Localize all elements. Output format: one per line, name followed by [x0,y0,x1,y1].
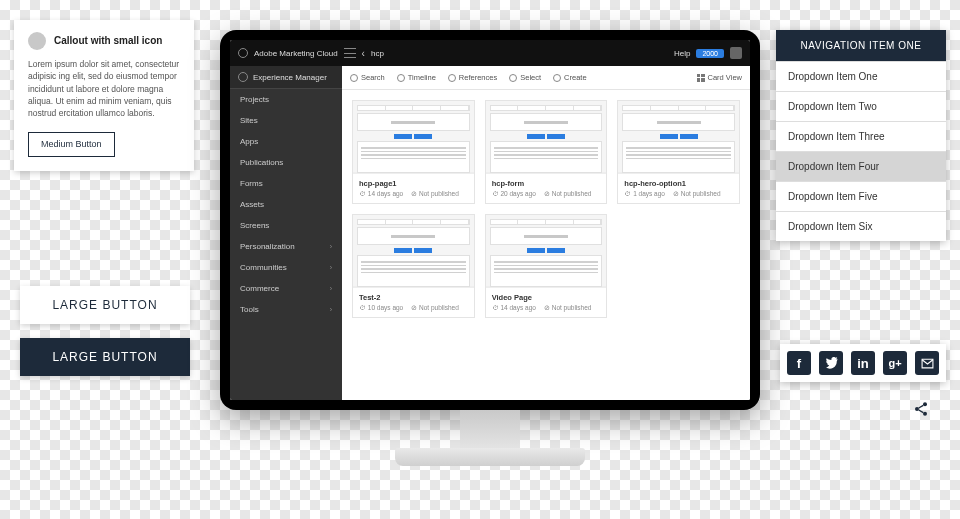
sidenav-item-personalization[interactable]: Personalization› [230,236,342,257]
chevron-right-icon: › [330,306,332,313]
card-status: ⊘ Not published [544,190,592,198]
svg-point-0 [923,402,927,406]
card-status: ⊘ Not published [411,304,459,312]
sidenav-item-label: Personalization [240,242,295,251]
sidenav-item-label: Tools [240,305,259,314]
back-icon[interactable]: ‹ [362,48,365,59]
notification-badge[interactable]: 2000 [696,49,724,58]
toolbar-label: Create [564,73,587,82]
product-brand[interactable]: Experience Manager [230,66,342,89]
card-status: ⊘ Not published [673,190,721,198]
card-thumbnail [353,101,474,173]
breadcrumb[interactable]: hcp [371,49,384,58]
search-icon [350,74,358,82]
toolbar-references[interactable]: References [448,73,497,82]
view-switch[interactable]: Card View [697,73,742,82]
sidenav-item-assets[interactable]: Assets [230,194,342,215]
sidenav-item-sites[interactable]: Sites [230,110,342,131]
sidenav-item-communities[interactable]: Communities› [230,257,342,278]
google-plus-icon[interactable]: g+ [883,351,907,375]
sidenav-item-label: Communities [240,263,287,272]
chevron-right-icon: › [330,243,332,250]
chevron-right-icon: › [330,285,332,292]
references-icon [448,74,456,82]
screen: Adobe Marketing Cloud ‹ hcp Help 2000 Ex… [230,40,750,400]
social-bar: f in g+ [780,344,946,382]
sidenav-item-commerce[interactable]: Commerce› [230,278,342,299]
sidenav-item-label: Commerce [240,284,279,293]
card-status: ⊘ Not published [544,304,592,312]
product-label: Experience Manager [253,73,327,82]
side-nav: Experience Manager ProjectsSitesAppsPubl… [230,66,342,400]
sidenav-item-projects[interactable]: Projects [230,89,342,110]
card-thumbnail [486,215,607,287]
card-status: ⊘ Not published [411,190,459,198]
share-icon[interactable] [910,398,932,420]
sidenav-item-label: Screens [240,221,269,230]
toolbar-select[interactable]: Select [509,73,541,82]
large-button-light[interactable]: LARGE BUTTON [20,286,190,324]
toolbar-create[interactable]: Create [553,73,587,82]
select-icon [509,74,517,82]
nav-dropdown-head[interactable]: NAVIGATION ITEM ONE [776,30,946,61]
callout-card: Callout with small icon Lorem ipsum dolo… [14,20,194,171]
hamburger-icon[interactable] [344,48,356,58]
help-link[interactable]: Help [674,49,690,58]
toolbar-timeline[interactable]: Timeline [397,73,436,82]
sidenav-item-label: Assets [240,200,264,209]
nav-dropdown: NAVIGATION ITEM ONE Dropdown Item OneDro… [776,30,946,241]
toolbar-search[interactable]: Search [350,73,385,82]
sidenav-item-label: Sites [240,116,258,125]
sidenav-item-screens[interactable]: Screens [230,215,342,236]
twitter-icon[interactable] [819,351,843,375]
sidenav-item-label: Projects [240,95,269,104]
card-age: ⏱ 14 days ago [359,190,403,198]
page-card[interactable]: Video Page⏱ 14 days ago⊘ Not published [485,214,608,318]
large-button-dark[interactable]: LARGE BUTTON [20,338,190,376]
dropdown-item[interactable]: Dropdown Item Three [776,121,946,151]
toolbar-label: Select [520,73,541,82]
card-name: Video Page [492,293,601,302]
card-name: hcp-hero-option1 [624,179,733,188]
page-card[interactable]: hcp-hero-option1⏱ 1 days ago⊘ Not publis… [617,100,740,204]
action-toolbar: SearchTimelineReferencesSelectCreate Car… [342,66,750,90]
dropdown-item[interactable]: Dropdown Item Two [776,91,946,121]
facebook-icon[interactable]: f [787,351,811,375]
grid-icon [697,74,705,82]
card-thumbnail [486,101,607,173]
content-area: SearchTimelineReferencesSelectCreate Car… [342,66,750,400]
sidenav-item-publications[interactable]: Publications [230,152,342,173]
sidenav-item-tools[interactable]: Tools› [230,299,342,320]
linkedin-icon[interactable]: in [851,351,875,375]
card-name: hcp-form [492,179,601,188]
view-label: Card View [708,73,742,82]
card-age: ⏱ 20 days ago [492,190,536,198]
chevron-right-icon: › [330,264,332,271]
card-thumbnail [353,215,474,287]
app-topbar: Adobe Marketing Cloud ‹ hcp Help 2000 [230,40,750,66]
sidenav-item-label: Apps [240,137,258,146]
sidenav-item-forms[interactable]: Forms [230,173,342,194]
medium-button[interactable]: Medium Button [28,132,115,157]
sidenav-item-apps[interactable]: Apps [230,131,342,152]
page-card[interactable]: hcp-page1⏱ 14 days ago⊘ Not published [352,100,475,204]
card-name: Test-2 [359,293,468,302]
monitor-base [395,448,585,466]
toolbar-label: Search [361,73,385,82]
email-icon[interactable] [915,351,939,375]
page-card[interactable]: Test-2⏱ 10 days ago⊘ Not published [352,214,475,318]
dropdown-item[interactable]: Dropdown Item Five [776,181,946,211]
card-age: ⏱ 1 days ago [624,190,665,198]
monitor-neck [460,410,520,450]
dropdown-item[interactable]: Dropdown Item One [776,61,946,91]
card-age: ⏱ 14 days ago [492,304,536,312]
callout-body: Lorem ipsum dolor sit amet, consectetur … [28,58,180,120]
callout-icon [28,32,46,50]
avatar[interactable] [730,47,742,59]
card-thumbnail [618,101,739,173]
card-grid: hcp-page1⏱ 14 days ago⊘ Not publishedhcp… [342,90,750,400]
page-card[interactable]: hcp-form⏱ 20 days ago⊘ Not published [485,100,608,204]
product-icon [238,72,248,82]
dropdown-item[interactable]: Dropdown Item Six [776,211,946,241]
dropdown-item[interactable]: Dropdown Item Four [776,151,946,181]
